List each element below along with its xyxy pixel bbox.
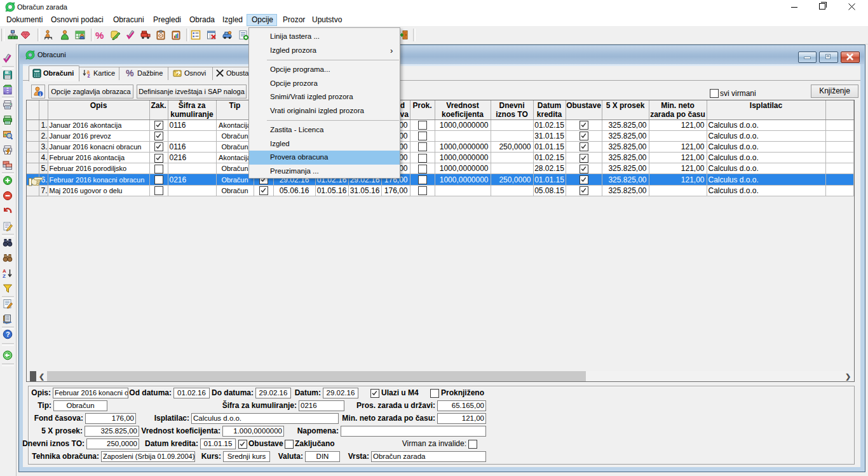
svg-text:z: z [88, 72, 90, 78]
svg-text:%: % [126, 69, 134, 78]
svg-text:%: % [95, 30, 104, 40]
svg-text:?: ? [6, 330, 10, 338]
svg-text:Z: Z [3, 273, 6, 278]
